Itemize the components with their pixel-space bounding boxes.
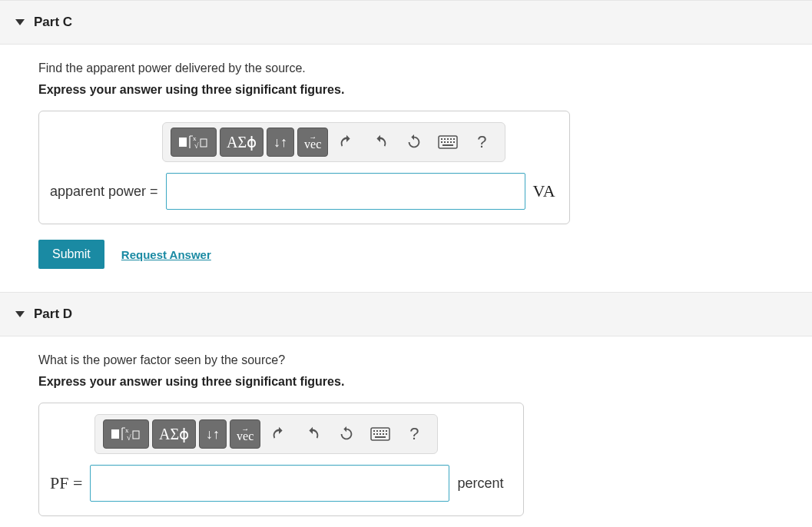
svg-rect-11 <box>444 141 446 143</box>
svg-rect-10 <box>441 141 442 143</box>
part-c-actions: Submit Request Answer <box>38 240 812 269</box>
part-d-title: Part D <box>34 307 72 322</box>
svg-rect-29 <box>383 433 384 435</box>
svg-rect-25 <box>386 430 387 432</box>
help-icon[interactable]: ? <box>466 128 497 157</box>
keyboard-icon[interactable] <box>433 128 463 157</box>
svg-rect-12 <box>447 141 449 143</box>
reset-icon[interactable] <box>399 128 429 157</box>
subscript-superscript-button[interactable]: ↓↑ <box>267 128 294 157</box>
svg-rect-5 <box>441 138 442 140</box>
template-button[interactable]: x √ <box>103 419 149 449</box>
help-icon[interactable]: ? <box>399 419 429 449</box>
svg-rect-6 <box>444 138 446 140</box>
part-d-answer-input[interactable] <box>90 465 449 502</box>
part-d-header: Part D <box>0 292 812 336</box>
part-c-unit: VA <box>533 181 555 201</box>
svg-rect-21 <box>373 430 375 432</box>
svg-rect-9 <box>453 138 455 140</box>
svg-rect-23 <box>379 430 381 432</box>
svg-rect-28 <box>379 433 381 435</box>
reset-icon[interactable] <box>331 419 362 449</box>
svg-rect-13 <box>450 141 452 143</box>
part-d-question: What is the power factor seen by the sou… <box>38 353 812 367</box>
part-c-question: Find the apparent power delivered by the… <box>38 61 812 75</box>
request-answer-link[interactable]: Request Answer <box>121 248 211 261</box>
svg-text:√: √ <box>194 141 199 150</box>
undo-icon[interactable] <box>263 419 294 449</box>
part-c-title: Part C <box>34 15 72 30</box>
svg-rect-3 <box>201 139 207 147</box>
template-button[interactable]: x √ <box>171 128 217 157</box>
caret-down-icon[interactable] <box>15 311 25 317</box>
toolbar: x √ ΑΣϕ ↓↑ → vec <box>162 122 505 162</box>
svg-rect-14 <box>453 141 455 143</box>
part-d-var-label: PF = <box>50 473 82 493</box>
svg-rect-16 <box>111 429 119 439</box>
part-d-answer-box: x √ ΑΣϕ ↓↑ → vec <box>38 403 524 516</box>
svg-rect-22 <box>376 430 378 432</box>
svg-rect-19 <box>133 431 139 439</box>
part-c-var-label: apparent power = <box>50 184 158 200</box>
svg-rect-31 <box>375 436 386 438</box>
part-d-unit: percent <box>457 476 503 492</box>
caret-down-icon[interactable] <box>15 19 25 25</box>
subscript-superscript-button[interactable]: ↓↑ <box>199 419 227 449</box>
undo-icon[interactable] <box>331 128 362 157</box>
part-c-answer-input[interactable] <box>166 173 525 210</box>
redo-icon[interactable] <box>297 419 328 449</box>
svg-rect-24 <box>383 430 384 432</box>
svg-rect-8 <box>450 138 452 140</box>
part-c-body: Find the apparent power delivered by the… <box>0 45 812 292</box>
part-c-instruction: Express your answer using three signific… <box>38 83 812 97</box>
svg-rect-27 <box>376 433 378 435</box>
vec-button[interactable]: → vec <box>230 419 260 449</box>
svg-rect-30 <box>386 433 387 435</box>
part-c-answer-box: x √ ΑΣϕ ↓↑ → vec <box>38 111 570 224</box>
svg-rect-0 <box>179 138 187 147</box>
svg-rect-26 <box>373 433 375 435</box>
svg-rect-15 <box>442 144 453 146</box>
vec-button[interactable]: → vec <box>297 128 328 157</box>
svg-rect-7 <box>447 138 449 140</box>
part-c-header: Part C <box>0 0 812 45</box>
greek-letters-button[interactable]: ΑΣϕ <box>220 128 263 157</box>
toolbar: x √ ΑΣϕ ↓↑ → vec <box>94 414 438 454</box>
keyboard-icon[interactable] <box>365 419 396 449</box>
greek-letters-button[interactable]: ΑΣϕ <box>152 419 196 449</box>
redo-icon[interactable] <box>365 128 396 157</box>
part-d-instruction: Express your answer using three signific… <box>38 375 812 389</box>
svg-text:√: √ <box>127 433 131 442</box>
part-d-body: What is the power factor seen by the sou… <box>0 336 812 527</box>
submit-button[interactable]: Submit <box>38 240 104 269</box>
